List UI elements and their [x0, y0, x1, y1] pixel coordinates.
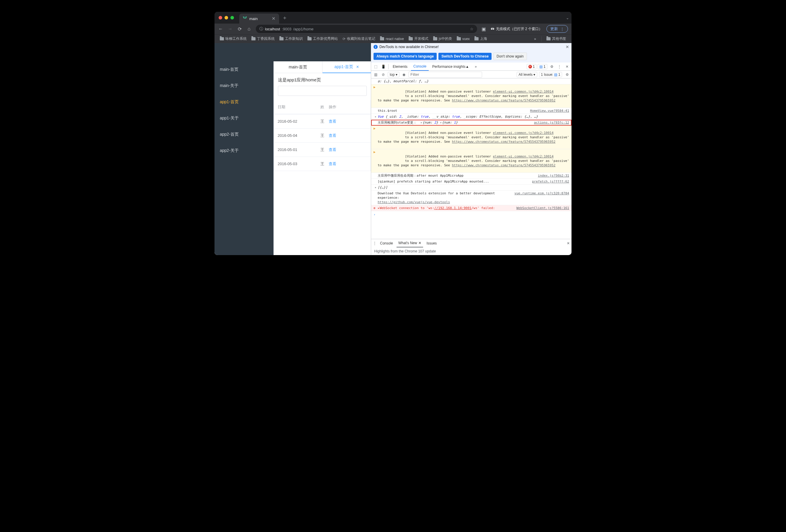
close-devtools-icon[interactable]: ✕ [564, 65, 570, 69]
context-selector[interactable]: top ▾ [388, 72, 399, 77]
console-output[interactable]: a: {…}, mountParcel: ƒ, …} ▶ [Violation]… [371, 78, 572, 239]
inspect-element-icon[interactable]: ⬚ [372, 65, 379, 69]
url-path: /app1/home [293, 27, 314, 31]
close-drawer-icon[interactable]: ✕ [567, 241, 570, 245]
browser-tab[interactable]: main ✕ [239, 14, 279, 24]
bookmark-item[interactable]: 工作新优秀网站 [306, 36, 340, 41]
issues-counter[interactable]: 1 Issue: ▤ 1 [539, 72, 562, 77]
log-line: ▸ [{…}] [371, 185, 572, 191]
warning-icon: ▶ [373, 150, 376, 154]
device-toolbar-icon[interactable]: 📱 [380, 65, 387, 69]
console-filter-input[interactable] [408, 72, 482, 77]
clear-console-icon[interactable]: ⊘ [380, 73, 387, 77]
view-link[interactable]: 查看 [329, 162, 337, 166]
bookmark-item[interactable]: 上海 [473, 36, 489, 41]
tab-app1-home[interactable]: app1-首页 × [323, 61, 371, 73]
page-heading: 这是app1应用home页 [278, 77, 367, 83]
zoom-window-icon[interactable] [230, 16, 234, 20]
settings-gear-icon[interactable]: ⚙ [549, 65, 555, 69]
back-button[interactable]: ← [218, 26, 223, 31]
match-language-button[interactable]: Always match Chrome's language [373, 53, 437, 60]
bookmark-item[interactable]: react native [378, 37, 406, 41]
toolbar: ← → ⟳ ⌂ ⓘ localhost:9003/app1/home ☆ ▣ 🕶… [214, 24, 572, 34]
bookmark-item[interactable]: 工作新知识 [278, 36, 304, 41]
bookmark-item[interactable]: 开发模式 [407, 36, 430, 41]
divider [541, 36, 542, 42]
source-link[interactable]: prefetch.js?ffff:62 [532, 179, 569, 184]
tab-main-home[interactable]: main-首页 [274, 61, 323, 73]
tab-elements[interactable]: Elements [390, 63, 410, 71]
bookmark-item[interactable]: 丁香园系统 [250, 36, 276, 41]
window-controls [218, 16, 234, 20]
source-link[interactable]: HomeView.vue?9584:41 [530, 108, 569, 113]
source-link[interactable]: index.js?56b2:31 [538, 173, 569, 178]
folder-icon [279, 37, 283, 41]
bookmark-item[interactable]: vuex [455, 37, 471, 41]
error-counter[interactable]: ✕1 [527, 64, 537, 69]
source-link[interactable]: WebSocketClient.js?5586:161 [516, 206, 569, 210]
update-chrome-button[interactable]: 更新 ⋮ [547, 25, 568, 33]
sidebar-item[interactable]: main-首页 [214, 61, 274, 77]
site-info-icon[interactable]: ⓘ [259, 26, 263, 31]
source-link[interactable]: vue.runtime.esm.js?c320:8784 [514, 191, 569, 204]
bookmarks-overflow-button[interactable]: » [532, 37, 538, 41]
close-tab-icon[interactable]: ✕ [272, 16, 276, 21]
cell-date: 2016-05-02 [274, 119, 317, 124]
drawer-tab-console[interactable]: Console [378, 239, 395, 247]
home-button[interactable]: ⌂ [246, 26, 252, 31]
drawer-tab-whats-new[interactable]: What's New ✕ [396, 239, 423, 247]
beta-badge-icon: ▲ [466, 65, 469, 69]
drawer-tab-issues[interactable]: Issues [425, 239, 439, 247]
live-expression-icon[interactable]: ◉ [401, 73, 407, 77]
switch-language-button[interactable]: Switch DevTools to Chinese [438, 53, 491, 60]
log-level-selector[interactable]: All levels ▾ [517, 72, 537, 77]
tab-console[interactable]: Console [411, 63, 429, 71]
devtools-drawer: ⋮ Console What's New ✕ Issues ✕ Highligh… [371, 239, 572, 255]
message-counter[interactable]: ▤1 [537, 64, 547, 69]
sidebar-toggle-icon[interactable]: ▥ [372, 73, 379, 77]
warning-icon: ▶ [373, 85, 376, 89]
log-line-warn: ▶ [Violation] Added non-passive event li… [371, 84, 572, 108]
kebab-icon[interactable]: ⋮ [556, 65, 563, 69]
sidebar-item[interactable]: app2-首页 [214, 126, 274, 142]
minimize-window-icon[interactable] [225, 16, 228, 20]
reload-button[interactable]: ⟳ [237, 26, 242, 32]
folder-icon [380, 37, 384, 41]
table-row: 2016-05-03王查看 [274, 156, 371, 171]
view-link[interactable]: 查看 [329, 147, 337, 152]
close-banner-button[interactable]: ✕ [565, 45, 569, 49]
more-tabs-icon[interactable]: » [473, 65, 479, 69]
close-tab-icon[interactable]: × [356, 64, 359, 70]
sidebar-item[interactable]: app1-关于 [214, 110, 274, 126]
sidebar-item[interactable]: app2-关于 [214, 142, 274, 159]
close-window-icon[interactable] [218, 16, 222, 20]
other-bookmarks-button[interactable]: 其他书签 [545, 36, 568, 41]
app-panel: 这是app1应用home页 [274, 73, 371, 100]
expand-icon[interactable]: ▸ [375, 185, 377, 190]
console-toolbar: ▥ ⊘ top ▾ ◉ All levels ▾ 1 Issue: ▤ 1 ⚙ [371, 71, 572, 78]
console-prompt[interactable]: › [371, 211, 572, 218]
source-link[interactable]: actions.js?93fc:12 [534, 120, 569, 125]
tabstrip-overflow-icon[interactable]: ⌄ [566, 16, 569, 20]
tab-perf-insights[interactable]: Performance insights ▲ [430, 63, 471, 71]
dont-show-again-button[interactable]: Don't show again [493, 52, 527, 60]
bookmark-item[interactable]: ⟳收藏到有道云笔记 [341, 36, 377, 41]
cell-date: 2016-05-04 [274, 133, 317, 138]
view-link[interactable]: 查看 [329, 133, 337, 138]
bookmark-item[interactable]: js中的类 [431, 36, 454, 41]
panel-toggle-icon[interactable]: ▣ [481, 26, 487, 32]
address-bar[interactable]: ⓘ localhost:9003/app1/home ☆ [256, 25, 477, 33]
folder-icon [475, 37, 479, 41]
console-settings-gear-icon[interactable]: ⚙ [564, 73, 570, 77]
expand-icon[interactable]: ▸ [375, 115, 377, 119]
drawer-menu-icon[interactable]: ⋮ [373, 241, 376, 245]
sidebar-item[interactable]: main-关于 [214, 77, 274, 94]
sidebar-item[interactable]: app1-首页 [214, 94, 274, 110]
new-tab-button[interactable]: ＋ [282, 14, 287, 21]
bookmark-star-icon[interactable]: ☆ [470, 27, 473, 31]
close-drawer-tab-icon[interactable]: ✕ [418, 241, 421, 245]
search-input[interactable] [278, 86, 367, 96]
bookmark-item[interactable]: 咏柳工作系统 [218, 36, 249, 41]
view-link[interactable]: 查看 [329, 119, 337, 124]
folder-icon [409, 37, 413, 41]
